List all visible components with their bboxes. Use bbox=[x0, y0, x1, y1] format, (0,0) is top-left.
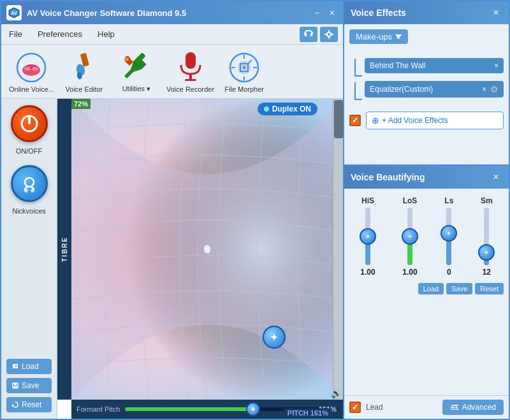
voice-editor-tool[interactable]: Voice Editor bbox=[62, 51, 106, 93]
slider-sm-thumb[interactable] bbox=[478, 244, 495, 261]
voice-beautifying-close[interactable]: × bbox=[490, 171, 502, 183]
voice-beautifying-section: Voice Beautifying × HiS bbox=[344, 166, 509, 419]
slider-los-thumb[interactable] bbox=[402, 228, 418, 245]
svg-point-18 bbox=[125, 57, 129, 61]
close-button[interactable]: × bbox=[326, 8, 338, 17]
lead-label: Lead bbox=[366, 403, 383, 412]
headset-icon-button[interactable] bbox=[300, 27, 317, 42]
slider-los-label: LoS bbox=[403, 196, 418, 205]
pitch-dot[interactable] bbox=[263, 326, 286, 349]
svg-rect-21 bbox=[185, 79, 196, 81]
slider-his-value: 1.00 bbox=[360, 268, 375, 277]
minimize-button[interactable]: − bbox=[311, 8, 323, 17]
slider-ls: Ls 0 bbox=[444, 196, 453, 277]
pitch-slider-thumb[interactable] bbox=[246, 402, 260, 416]
menu-file[interactable]: File bbox=[6, 28, 25, 40]
svg-point-40 bbox=[455, 406, 458, 409]
beautifying-body: HiS 1.00 LoS bbox=[344, 189, 509, 395]
svg-marker-35 bbox=[395, 34, 402, 40]
slider-ls-track[interactable] bbox=[446, 208, 451, 265]
slider-his-thumb[interactable] bbox=[360, 228, 376, 245]
utilities-tool[interactable]: Utilities ▾ bbox=[114, 50, 159, 93]
voice-beautifying-title: Voice Beautifying bbox=[351, 172, 490, 182]
svg-rect-24 bbox=[28, 117, 31, 124]
right-panel: Voice Effects × Make-ups Behind The Wall… bbox=[344, 0, 510, 420]
action-buttons: Load Save Reset bbox=[6, 359, 52, 412]
online-voice-tool[interactable]: Online Voice... bbox=[9, 51, 54, 93]
effects-checkbox[interactable] bbox=[349, 115, 361, 126]
svg-rect-6 bbox=[328, 30, 330, 32]
slider-sm-track[interactable] bbox=[484, 208, 489, 265]
beautifying-reset-button[interactable]: Reset bbox=[475, 283, 504, 294]
beautifying-save-button[interactable]: Save bbox=[446, 283, 472, 294]
menu-help[interactable]: Help bbox=[95, 28, 117, 40]
svg-point-34 bbox=[204, 245, 210, 253]
menu-preferences[interactable]: Preferences bbox=[35, 28, 85, 40]
app-logo: AV bbox=[6, 5, 22, 20]
effect-tag-1: Behind The Wall × bbox=[365, 58, 504, 73]
slider-his-label: HiS bbox=[361, 196, 374, 205]
effect-item-2: Equalizer(Custom) × ⚙ bbox=[354, 81, 504, 101]
voice-beautifying-header: Voice Beautifying × bbox=[344, 166, 509, 189]
voice-effects-close[interactable]: × bbox=[490, 7, 502, 18]
slider-ls-value: 0 bbox=[447, 268, 451, 277]
voice-effects-section: Voice Effects × Make-ups Behind The Wall… bbox=[344, 1, 509, 166]
svg-marker-31 bbox=[11, 404, 14, 406]
toolbar: Online Voice... Voice Editor bbox=[1, 45, 343, 99]
lips-icon bbox=[15, 51, 48, 84]
svg-point-25 bbox=[25, 178, 34, 187]
duplex-badge: Duplex ON bbox=[258, 103, 317, 115]
pitch-grid[interactable] bbox=[71, 99, 343, 400]
settings-icon-button[interactable] bbox=[320, 27, 338, 42]
load-button[interactable]: Load bbox=[6, 359, 52, 374]
slider-ls-thumb[interactable] bbox=[441, 225, 457, 242]
file-morpher-tool[interactable]: File Morpher bbox=[222, 51, 266, 93]
beautifying-footer: Lead Advanced bbox=[344, 395, 509, 419]
svg-rect-8 bbox=[324, 34, 326, 35]
effect1-close[interactable]: × bbox=[494, 61, 499, 70]
slider-his: HiS 1.00 bbox=[360, 196, 375, 277]
pitch-badge: PITCH 161% bbox=[284, 409, 332, 417]
add-effects-button[interactable]: ⊕ + Add Voice Effects bbox=[366, 112, 504, 129]
beautifying-checkbox[interactable] bbox=[349, 402, 361, 413]
voice-recorder-label: Voice Recorder bbox=[166, 85, 214, 93]
voice-editor-label: Voice Editor bbox=[66, 85, 103, 93]
svg-text:AV: AV bbox=[11, 11, 17, 15]
effect-connector-1 bbox=[354, 59, 362, 76]
effect2-close[interactable]: × bbox=[482, 85, 486, 94]
effect-connector-2 bbox=[354, 82, 362, 100]
add-effects-row: ⊕ + Add Voice Effects bbox=[349, 109, 504, 132]
slider-sm: Sm 12 bbox=[481, 196, 493, 277]
duplex-dot bbox=[264, 106, 269, 112]
pitch-bar-label: Formant Pitch bbox=[76, 405, 120, 413]
nickvoices-button[interactable] bbox=[11, 165, 48, 202]
onoff-label: ON/OFF bbox=[16, 147, 43, 155]
gear-icon[interactable]: ⚙ bbox=[490, 84, 499, 94]
voice-effects-body: Make-ups Behind The Wall × bbox=[344, 24, 509, 164]
svg-point-13 bbox=[32, 67, 38, 71]
svg-rect-19 bbox=[186, 52, 196, 69]
makeups-dropdown[interactable]: Make-ups bbox=[349, 29, 408, 44]
pitch-area: TIBRE 72% Duplex ON bbox=[57, 99, 343, 419]
menu-icon-buttons bbox=[300, 27, 338, 42]
slider-his-track[interactable] bbox=[365, 208, 370, 265]
svg-rect-30 bbox=[13, 386, 17, 387]
online-voice-label: Online Voice... bbox=[9, 85, 54, 93]
beautifying-load-button[interactable]: Load bbox=[418, 283, 444, 294]
utilities-label: Utilities ▾ bbox=[122, 85, 151, 93]
svg-point-26 bbox=[24, 189, 28, 192]
scrollbar-thumb[interactable] bbox=[334, 100, 343, 138]
onoff-button[interactable] bbox=[11, 105, 48, 142]
morpher-icon bbox=[228, 51, 261, 84]
svg-rect-20 bbox=[189, 74, 192, 79]
pitch-scrollbar[interactable] bbox=[333, 99, 343, 400]
svg-point-11 bbox=[22, 64, 40, 76]
save-button[interactable]: Save bbox=[6, 378, 52, 393]
microphone-icon bbox=[174, 51, 207, 84]
file-morpher-label: File Morpher bbox=[224, 85, 264, 93]
slider-los-track[interactable] bbox=[407, 208, 412, 265]
voice-recorder-tool[interactable]: Voice Recorder bbox=[166, 51, 214, 93]
reset-button[interactable]: Reset bbox=[6, 397, 52, 412]
advanced-button[interactable]: Advanced bbox=[442, 400, 504, 415]
svg-rect-9 bbox=[332, 34, 333, 35]
